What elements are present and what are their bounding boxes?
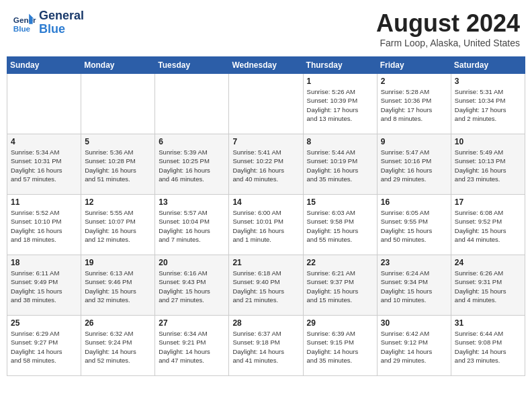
day-number: 24 <box>455 258 521 267</box>
week-row-1: 1Sunrise: 5:26 AM Sunset: 10:39 PM Dayli… <box>7 74 525 134</box>
calendar-cell: 26Sunrise: 6:32 AM Sunset: 9:24 PM Dayli… <box>81 316 155 376</box>
calendar-cell: 3Sunrise: 5:31 AM Sunset: 10:34 PM Dayli… <box>451 74 525 134</box>
day-info: Sunrise: 6:32 AM Sunset: 9:24 PM Dayligh… <box>85 329 151 365</box>
day-number: 19 <box>85 258 151 267</box>
weekday-header-sunday: Sunday <box>7 57 81 74</box>
day-number: 30 <box>381 318 447 328</box>
day-info: Sunrise: 6:13 AM Sunset: 9:46 PM Dayligh… <box>85 269 151 304</box>
logo-text-blue: Blue <box>39 23 84 36</box>
calendar-cell: 19Sunrise: 6:13 AM Sunset: 9:46 PM Dayli… <box>81 255 155 316</box>
calendar-cell: 9Sunrise: 5:47 AM Sunset: 10:16 PM Dayli… <box>377 134 451 195</box>
day-number: 12 <box>85 197 151 207</box>
svg-text:General: General <box>13 15 36 24</box>
calendar-cell: 15Sunrise: 6:03 AM Sunset: 9:58 PM Dayli… <box>303 195 377 255</box>
day-info: Sunrise: 5:26 AM Sunset: 10:39 PM Daylig… <box>307 87 373 123</box>
day-number: 16 <box>381 197 447 207</box>
day-number: 25 <box>11 318 77 328</box>
weekday-header-monday: Monday <box>81 57 155 74</box>
day-info: Sunrise: 6:00 AM Sunset: 10:01 PM Daylig… <box>232 208 299 244</box>
day-info: Sunrise: 5:49 AM Sunset: 10:13 PM Daylig… <box>455 148 521 183</box>
day-info: Sunrise: 5:55 AM Sunset: 10:07 PM Daylig… <box>85 208 151 244</box>
calendar-cell: 14Sunrise: 6:00 AM Sunset: 10:01 PM Dayl… <box>229 195 303 255</box>
day-info: Sunrise: 5:57 AM Sunset: 10:04 PM Daylig… <box>159 208 225 244</box>
day-info: Sunrise: 5:44 AM Sunset: 10:19 PM Daylig… <box>307 148 373 183</box>
week-row-5: 25Sunrise: 6:29 AM Sunset: 9:27 PM Dayli… <box>7 316 525 376</box>
week-row-2: 4Sunrise: 5:34 AM Sunset: 10:31 PM Dayli… <box>7 134 525 195</box>
weekday-header-tuesday: Tuesday <box>155 57 229 74</box>
day-number: 27 <box>159 318 225 328</box>
day-number: 26 <box>85 318 151 328</box>
day-info: Sunrise: 6:08 AM Sunset: 9:52 PM Dayligh… <box>455 208 521 244</box>
calendar-cell: 29Sunrise: 6:39 AM Sunset: 9:15 PM Dayli… <box>303 316 377 376</box>
day-number: 4 <box>11 137 77 146</box>
calendar-cell: 31Sunrise: 6:44 AM Sunset: 9:08 PM Dayli… <box>451 316 525 376</box>
calendar-cell: 30Sunrise: 6:42 AM Sunset: 9:12 PM Dayli… <box>377 316 451 376</box>
day-number: 20 <box>159 258 225 267</box>
day-number: 18 <box>11 258 77 267</box>
day-info: Sunrise: 6:16 AM Sunset: 9:43 PM Dayligh… <box>159 269 225 304</box>
calendar-cell <box>81 74 155 134</box>
week-row-4: 18Sunrise: 6:11 AM Sunset: 9:49 PM Dayli… <box>7 255 525 316</box>
day-number: 1 <box>307 77 373 86</box>
day-info: Sunrise: 6:44 AM Sunset: 9:08 PM Dayligh… <box>455 329 521 365</box>
svg-text:Blue: Blue <box>13 24 31 32</box>
page-header: General Blue General Blue August 2024 Fa… <box>7 7 525 51</box>
calendar-cell: 12Sunrise: 5:55 AM Sunset: 10:07 PM Dayl… <box>81 195 155 255</box>
day-info: Sunrise: 5:31 AM Sunset: 10:34 PM Daylig… <box>455 87 521 123</box>
day-number: 5 <box>85 137 151 146</box>
day-info: Sunrise: 6:39 AM Sunset: 9:15 PM Dayligh… <box>307 329 373 365</box>
calendar-cell: 5Sunrise: 5:36 AM Sunset: 10:28 PM Dayli… <box>81 134 155 195</box>
day-info: Sunrise: 6:37 AM Sunset: 9:18 PM Dayligh… <box>232 329 299 365</box>
day-number: 22 <box>307 258 373 267</box>
calendar-subtitle: Farm Loop, Alaska, United States <box>376 38 520 48</box>
logo: General Blue General Blue <box>12 9 84 36</box>
calendar-cell: 4Sunrise: 5:34 AM Sunset: 10:31 PM Dayli… <box>7 134 81 195</box>
day-number: 14 <box>232 197 299 207</box>
calendar-cell: 23Sunrise: 6:24 AM Sunset: 9:34 PM Dayli… <box>377 255 451 316</box>
day-info: Sunrise: 5:28 AM Sunset: 10:36 PM Daylig… <box>381 87 447 123</box>
day-number: 13 <box>159 197 225 207</box>
day-number: 2 <box>381 77 447 86</box>
day-number: 11 <box>11 197 77 207</box>
day-number: 29 <box>307 318 373 328</box>
day-number: 21 <box>232 258 299 267</box>
calendar-cell: 10Sunrise: 5:49 AM Sunset: 10:13 PM Dayl… <box>451 134 525 195</box>
calendar-cell: 7Sunrise: 5:41 AM Sunset: 10:22 PM Dayli… <box>229 134 303 195</box>
day-info: Sunrise: 6:24 AM Sunset: 9:34 PM Dayligh… <box>381 269 447 304</box>
day-info: Sunrise: 5:52 AM Sunset: 10:10 PM Daylig… <box>11 208 77 244</box>
logo-icon: General Blue <box>12 11 36 35</box>
day-number: 10 <box>455 137 521 146</box>
day-number: 31 <box>455 318 521 328</box>
day-info: Sunrise: 6:03 AM Sunset: 9:58 PM Dayligh… <box>307 208 373 244</box>
day-info: Sunrise: 6:05 AM Sunset: 9:55 PM Dayligh… <box>381 208 447 244</box>
week-row-3: 11Sunrise: 5:52 AM Sunset: 10:10 PM Dayl… <box>7 195 525 255</box>
day-number: 23 <box>381 258 447 267</box>
calendar-cell: 6Sunrise: 5:39 AM Sunset: 10:25 PM Dayli… <box>155 134 229 195</box>
day-info: Sunrise: 6:34 AM Sunset: 9:21 PM Dayligh… <box>159 329 225 365</box>
calendar-cell: 11Sunrise: 5:52 AM Sunset: 10:10 PM Dayl… <box>7 195 81 255</box>
weekday-header-thursday: Thursday <box>303 57 377 74</box>
day-number: 28 <box>232 318 299 328</box>
day-number: 15 <box>307 197 373 207</box>
calendar-cell: 21Sunrise: 6:18 AM Sunset: 9:40 PM Dayli… <box>229 255 303 316</box>
day-number: 9 <box>381 137 447 146</box>
calendar-cell: 22Sunrise: 6:21 AM Sunset: 9:37 PM Dayli… <box>303 255 377 316</box>
calendar-cell <box>155 74 229 134</box>
day-info: Sunrise: 5:47 AM Sunset: 10:16 PM Daylig… <box>381 148 447 183</box>
calendar-cell: 8Sunrise: 5:44 AM Sunset: 10:19 PM Dayli… <box>303 134 377 195</box>
day-info: Sunrise: 6:11 AM Sunset: 9:49 PM Dayligh… <box>11 269 77 304</box>
weekday-header-saturday: Saturday <box>451 57 525 74</box>
day-info: Sunrise: 6:42 AM Sunset: 9:12 PM Dayligh… <box>381 329 447 365</box>
day-info: Sunrise: 6:26 AM Sunset: 9:31 PM Dayligh… <box>455 269 521 304</box>
calendar-cell: 28Sunrise: 6:37 AM Sunset: 9:18 PM Dayli… <box>229 316 303 376</box>
weekday-header-wednesday: Wednesday <box>229 57 303 74</box>
calendar-table: SundayMondayTuesdayWednesdayThursdayFrid… <box>7 56 525 376</box>
day-info: Sunrise: 5:36 AM Sunset: 10:28 PM Daylig… <box>85 148 151 183</box>
weekday-header-row: SundayMondayTuesdayWednesdayThursdayFrid… <box>7 57 525 74</box>
calendar-cell: 18Sunrise: 6:11 AM Sunset: 9:49 PM Dayli… <box>7 255 81 316</box>
calendar-title: August 2024 <box>376 9 520 38</box>
calendar-cell <box>229 74 303 134</box>
calendar-cell: 24Sunrise: 6:26 AM Sunset: 9:31 PM Dayli… <box>451 255 525 316</box>
day-info: Sunrise: 6:18 AM Sunset: 9:40 PM Dayligh… <box>232 269 299 304</box>
day-info: Sunrise: 5:34 AM Sunset: 10:31 PM Daylig… <box>11 148 77 183</box>
